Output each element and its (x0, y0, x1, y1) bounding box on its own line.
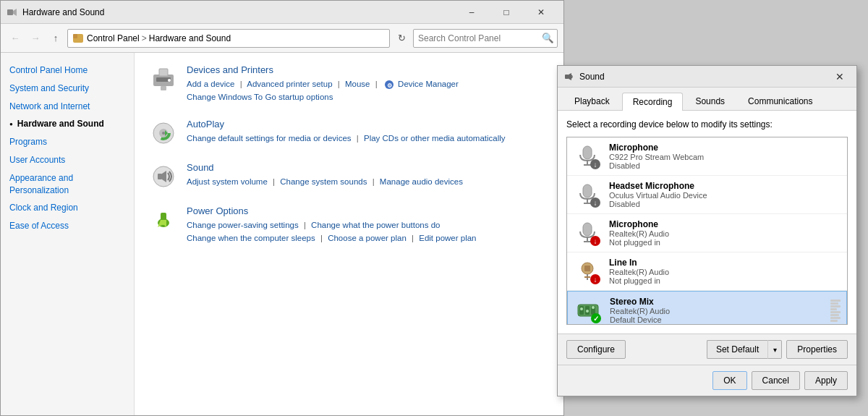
section-content-autoplay: AutoPlay Change default settings for med… (187, 119, 506, 145)
properties-button[interactable]: Properties (786, 340, 848, 359)
device-info-realtek-mic: Microphone Realtek(R) Audio Not plugged … (609, 219, 841, 247)
svg-point-43 (586, 310, 589, 313)
set-default-dropdown[interactable]: ▾ (767, 340, 782, 359)
svg-point-44 (592, 306, 595, 309)
sidebar-item-control-panel-home[interactable]: Control Panel Home (1, 61, 134, 80)
sidebar-item-ease-of-access[interactable]: Ease of Access (1, 217, 134, 235)
device-item-headset-mic[interactable]: ↓ Headset Microphone Oculus Virtual Audi… (567, 176, 847, 214)
dialog-title-text: Sound (579, 72, 829, 82)
svg-text:⚙: ⚙ (386, 82, 391, 88)
configure-button[interactable]: Configure (566, 340, 626, 359)
tab-communications[interactable]: Communications (737, 92, 823, 110)
device-name-stereo-mix: Stereo Mix (610, 297, 823, 307)
main-panel: Devices and Printers Add a device | Adva… (135, 53, 563, 415)
sidebar-item-programs[interactable]: Programs (1, 133, 134, 151)
device-item-microphone-c922[interactable]: ↓ Microphone C922 Pro Stream Webcam Disa… (567, 137, 847, 176)
link-power-buttons[interactable]: Change what the power buttons do (311, 221, 440, 229)
up-button[interactable]: ↑ (47, 30, 64, 47)
sidebar-item-system-security[interactable]: System and Security (1, 80, 134, 98)
link-device-manager[interactable]: Device Manager (398, 80, 459, 88)
sidebar-item-clock-region[interactable]: Clock and Region (1, 199, 134, 217)
ok-button[interactable]: OK (712, 371, 746, 390)
link-add-device[interactable]: Add a device (187, 80, 235, 88)
refresh-button[interactable]: ↻ (393, 30, 410, 47)
address-path[interactable]: Control Panel > Hardware and Sound (67, 29, 390, 48)
link-power-saving[interactable]: Change power-saving settings (187, 221, 299, 229)
status-icon-ok-stereo-mix: ✓ (591, 313, 601, 323)
svg-rect-3 (73, 34, 77, 38)
device-status-headset: Disabled (609, 200, 841, 208)
minimize-button[interactable]: – (455, 1, 488, 23)
search-button[interactable]: 🔍 (538, 29, 557, 48)
search-input[interactable] (414, 33, 538, 43)
link-change-defaults[interactable]: Change default settings for media or dev… (187, 134, 352, 143)
dialog-body: Select a recording device below to modif… (558, 111, 856, 334)
set-default-button[interactable]: Set Default (707, 340, 767, 359)
tabs-bar: Playback Recording Sounds Communications (558, 88, 856, 111)
link-windows-to-go[interactable]: Change Windows To Go startup options (187, 93, 333, 101)
close-button[interactable]: ✕ (524, 1, 558, 23)
device-info-line-in: Line In Realtek(R) Audio Not plugged in (609, 258, 841, 285)
svg-rect-0 (7, 9, 13, 15)
section-power-options: Power Options Change power-saving settin… (149, 205, 549, 245)
device-name-c922: Microphone (609, 143, 841, 153)
title-bar-controls: – □ ✕ (455, 1, 558, 23)
dialog-close-button[interactable]: ✕ (829, 67, 851, 87)
section-title-sound[interactable]: Sound (187, 162, 463, 173)
sidebar-item-user-accounts[interactable]: User Accounts (1, 151, 134, 169)
sidebar-item-appearance[interactable]: Appearance andPersonalization (1, 169, 134, 200)
link-advanced-printer[interactable]: Advanced printer setup (247, 80, 332, 88)
section-autoplay: AutoPlay Change default settings for med… (149, 119, 549, 148)
maximize-button[interactable]: □ (490, 1, 523, 23)
svg-rect-17 (158, 174, 162, 179)
svg-rect-28 (583, 184, 592, 198)
forward-button[interactable]: → (27, 30, 44, 47)
status-icon-error-realtek: ↓ (590, 236, 600, 246)
device-sub-c922: C922 Pro Stream Webcam (609, 153, 841, 161)
svg-rect-6 (159, 69, 168, 76)
sidebar-item-network-internet[interactable]: Network and Internet (1, 98, 134, 116)
link-play-cds[interactable]: Play CDs or other media automatically (364, 134, 506, 143)
device-name-realtek-mic: Microphone (609, 219, 841, 229)
dialog-instruction: Select a recording device below to modif… (566, 119, 848, 130)
cancel-button[interactable]: Cancel (752, 371, 800, 390)
link-edit-power-plan[interactable]: Edit power plan (419, 234, 476, 242)
svg-point-8 (168, 79, 171, 82)
apply-button[interactable]: Apply (804, 371, 848, 390)
window-icon (7, 7, 18, 18)
svg-marker-1 (13, 9, 17, 16)
link-adjust-volume[interactable]: Adjust system volume (187, 177, 268, 186)
device-info-headset: Headset Microphone Oculus Virtual Audio … (609, 181, 841, 208)
device-sub-realtek-mic: Realtek(R) Audio (609, 229, 841, 238)
window-title: Hardware and Sound (22, 7, 455, 17)
svg-rect-35 (584, 266, 590, 271)
content-area: Control Panel Home System and Security N… (1, 53, 563, 415)
tab-playback[interactable]: Playback (563, 92, 621, 110)
volume-bars (830, 300, 841, 322)
device-item-line-in[interactable]: ↓ Line In Realtek(R) Audio Not plugged i… (567, 252, 847, 291)
svg-point-13 (162, 132, 165, 135)
link-manage-audio[interactable]: Manage audio devices (380, 177, 463, 186)
path-hardware-sound: Hardware and Sound (149, 33, 231, 43)
device-item-microphone-realtek[interactable]: ↓ Microphone Realtek(R) Audio Not plugge… (567, 214, 847, 252)
svg-marker-24 (569, 73, 571, 80)
link-mouse[interactable]: Mouse (345, 80, 370, 88)
back-button[interactable]: ← (7, 30, 24, 47)
device-sub-line-in: Realtek(R) Audio (609, 268, 841, 276)
section-title-devices-printers[interactable]: Devices and Printers (187, 64, 459, 75)
path-control-panel: Control Panel (87, 33, 140, 43)
section-links-devices-printers: Add a device | Advanced printer setup | … (187, 77, 459, 104)
section-title-autoplay[interactable]: AutoPlay (187, 119, 506, 130)
link-computer-sleeps[interactable]: Change when the computer sleeps (187, 234, 315, 242)
svg-point-22 (161, 221, 166, 225)
sidebar-item-hardware-sound[interactable]: Hardware and Sound (1, 115, 134, 133)
tab-sounds[interactable]: Sounds (684, 92, 736, 110)
set-default-split-button: Set Default ▾ (707, 340, 782, 359)
device-item-stereo-mix[interactable]: ✓ Stereo Mix Realtek(R) Audio Default De… (567, 291, 847, 325)
section-sound: Sound Adjust system volume | Change syst… (149, 162, 549, 191)
device-name-headset: Headset Microphone (609, 181, 841, 191)
link-change-sounds[interactable]: Change system sounds (280, 177, 367, 186)
section-title-power[interactable]: Power Options (187, 205, 477, 216)
link-power-plan[interactable]: Choose a power plan (328, 234, 407, 242)
tab-recording[interactable]: Recording (622, 93, 684, 111)
